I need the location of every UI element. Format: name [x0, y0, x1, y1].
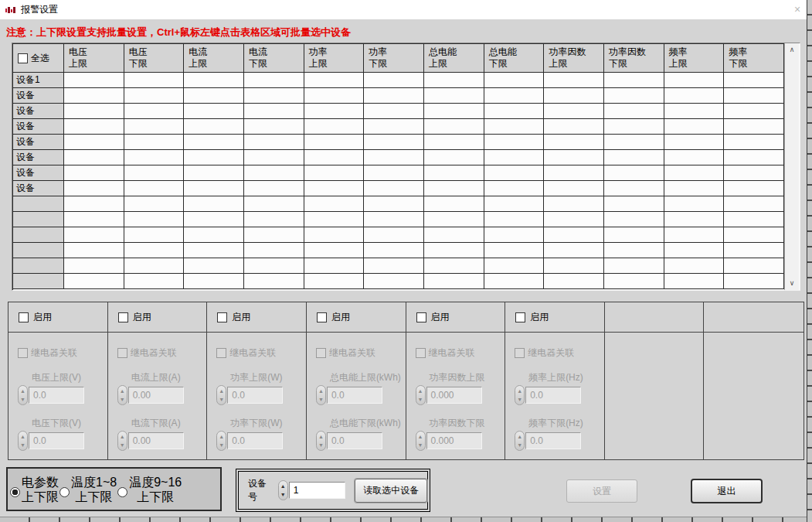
table-cell[interactable]: [184, 165, 244, 181]
table-cell[interactable]: [244, 104, 304, 119]
table-cell[interactable]: [484, 274, 545, 289]
table-cell[interactable]: [424, 165, 484, 181]
table-cell[interactable]: [304, 135, 365, 150]
table-cell[interactable]: [244, 165, 304, 181]
select-all-cell[interactable]: 全选: [13, 44, 64, 73]
table-cell[interactable]: [664, 212, 725, 227]
spinner-down-icon[interactable]: ▼: [280, 492, 286, 497]
table-cell[interactable]: [64, 88, 124, 104]
table-cell[interactable]: [484, 212, 545, 227]
table-cell[interactable]: [544, 258, 604, 274]
table-cell[interactable]: [184, 212, 244, 227]
table-cell[interactable]: [424, 135, 484, 150]
table-cell[interactable]: [364, 274, 424, 289]
table-cell[interactable]: [364, 227, 424, 243]
table-cell[interactable]: [604, 212, 664, 227]
table-cell[interactable]: [544, 227, 604, 243]
table-cell[interactable]: [64, 150, 124, 165]
table-cell[interactable]: [424, 227, 484, 243]
table-cell[interactable]: [124, 212, 185, 227]
table-cell[interactable]: [64, 104, 124, 119]
table-cell[interactable]: [304, 212, 365, 227]
table-cell[interactable]: [724, 73, 784, 88]
table-cell[interactable]: [724, 150, 784, 165]
table-cell[interactable]: [364, 212, 424, 227]
table-cell[interactable]: [484, 88, 545, 104]
table-cell[interactable]: [724, 243, 784, 258]
table-cell[interactable]: [664, 165, 725, 181]
table-cell[interactable]: [724, 165, 784, 181]
table-scrollbar[interactable]: ∧ ∨: [784, 43, 799, 290]
enable-checkbox[interactable]: [317, 312, 327, 322]
table-cell[interactable]: [544, 212, 604, 227]
device-name-cell[interactable]: 设备: [13, 88, 64, 104]
device-name-cell[interactable]: 设备: [13, 150, 64, 165]
table-cell[interactable]: [244, 243, 304, 258]
table-cell[interactable]: [64, 181, 124, 196]
enable-checkbox[interactable]: [515, 312, 525, 322]
table-cell[interactable]: [664, 150, 725, 165]
table-cell[interactable]: [244, 150, 304, 165]
table-cell[interactable]: [424, 119, 484, 135]
table-cell[interactable]: [244, 181, 304, 196]
enable-checkbox[interactable]: [217, 312, 227, 322]
table-cell[interactable]: [304, 165, 365, 181]
device-name-cell[interactable]: 设备: [13, 104, 64, 119]
table-cell[interactable]: [304, 150, 365, 165]
table-cell[interactable]: [64, 165, 124, 181]
device-name-cell[interactable]: 设备: [13, 119, 64, 135]
table-cell[interactable]: [484, 258, 545, 274]
table-cell[interactable]: [364, 181, 424, 196]
scrollbar-up-icon[interactable]: ∧: [785, 43, 799, 56]
table-cell[interactable]: [124, 227, 185, 243]
table-cell[interactable]: [124, 135, 185, 150]
table-cell[interactable]: [664, 73, 725, 88]
table-cell[interactable]: [364, 104, 424, 119]
table-cell[interactable]: [304, 88, 365, 104]
table-cell[interactable]: [604, 243, 664, 258]
table-cell[interactable]: [304, 181, 365, 196]
table-cell[interactable]: [724, 119, 784, 135]
table-cell[interactable]: [544, 243, 604, 258]
table-cell[interactable]: [724, 196, 784, 212]
device-name-cell[interactable]: [13, 227, 64, 243]
table-cell[interactable]: [244, 258, 304, 274]
table-cell[interactable]: [304, 274, 365, 289]
table-cell[interactable]: [664, 88, 725, 104]
table-cell[interactable]: [724, 135, 784, 150]
table-cell[interactable]: [184, 243, 244, 258]
table-cell[interactable]: [724, 227, 784, 243]
table-cell[interactable]: [124, 150, 185, 165]
table-cell[interactable]: [184, 73, 244, 88]
enable-checkbox[interactable]: [19, 312, 29, 322]
table-cell[interactable]: [664, 196, 725, 212]
table-cell[interactable]: [364, 135, 424, 150]
mode-option[interactable]: 电参数上下限: [9, 475, 59, 504]
table-cell[interactable]: [124, 88, 185, 104]
table-cell[interactable]: [124, 73, 185, 88]
device-name-cell[interactable]: [13, 274, 64, 289]
table-cell[interactable]: [724, 181, 784, 196]
mode-option[interactable]: 温度9~16上下限: [117, 475, 182, 504]
table-cell[interactable]: [544, 181, 604, 196]
table-cell[interactable]: [364, 243, 424, 258]
enable-checkbox[interactable]: [118, 312, 128, 322]
close-icon[interactable]: ×: [790, 2, 805, 17]
table-cell[interactable]: [484, 150, 545, 165]
table-cell[interactable]: [304, 196, 365, 212]
table-cell[interactable]: [184, 196, 244, 212]
table-cell[interactable]: [604, 150, 664, 165]
table-cell[interactable]: [64, 258, 124, 274]
table-cell[interactable]: [544, 104, 604, 119]
device-name-cell[interactable]: 设备: [13, 181, 64, 196]
table-cell[interactable]: [244, 196, 304, 212]
table-cell[interactable]: [424, 104, 484, 119]
table-cell[interactable]: [664, 104, 725, 119]
table-cell[interactable]: [64, 73, 124, 88]
table-cell[interactable]: [724, 212, 784, 227]
table-cell[interactable]: [724, 258, 784, 274]
table-cell[interactable]: [424, 196, 484, 212]
enable-checkbox[interactable]: [416, 312, 426, 322]
table-cell[interactable]: [124, 243, 185, 258]
table-cell[interactable]: [544, 274, 604, 289]
